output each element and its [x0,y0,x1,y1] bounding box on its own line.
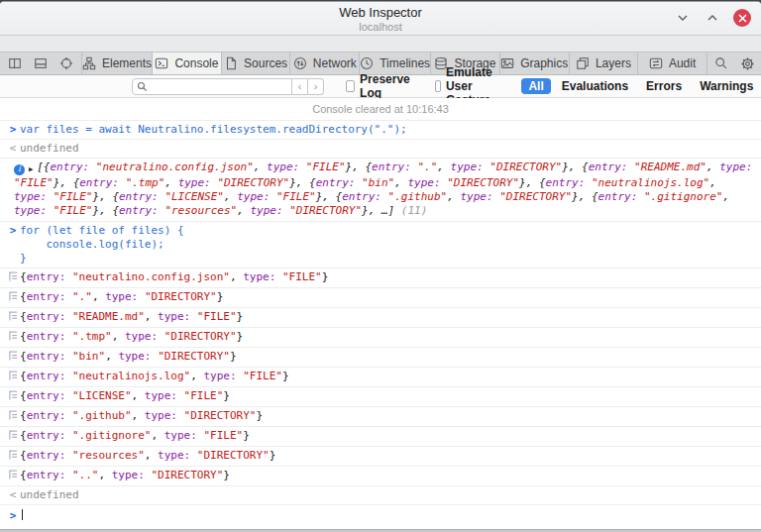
console-log-row[interactable]: {entry: ".github", type: "DIRECTORY"} [0,407,761,427]
property-name: entry: [27,389,66,402]
maximize-button[interactable] [704,9,721,27]
property-name: entry: [342,190,381,203]
string-value: "DIRECTORY" [158,350,230,363]
string-value: "neutralino.config.json" [96,160,254,173]
tab-audit[interactable]: Audit [638,53,707,74]
token: { [20,469,27,481]
input-prompt-glyph: > [6,509,20,523]
token: , [151,429,163,442]
console-array-preview-row[interactable]: i ▶ [{entry: "neutralino.config.json", t… [0,159,761,222]
property-name: type: [14,190,47,203]
token: , [145,310,158,323]
dock-side-icon[interactable] [6,54,24,72]
message-scope-filters: AllEvaluationsErrorsWarningsLogs [521,78,761,94]
tab-sources[interactable]: Sources [222,53,291,74]
console-result-row[interactable]: < undefined [0,140,761,159]
inspect-target-icon[interactable] [57,54,75,72]
titlebar[interactable]: Web Inspector localhost [0,2,761,36]
console-log-row[interactable]: {entry: "LICENSE", type: "FILE"} [0,387,761,407]
console-log-row[interactable]: {entry: "resources", type: "DIRECTORY"} [0,447,761,467]
string-value: "neutralinojs.log" [72,370,190,382]
token: , [722,190,729,203]
tab-elements[interactable]: Elements [82,53,153,74]
minimize-button[interactable] [674,9,692,27]
tab-search-button[interactable] [711,53,731,73]
console-input-prompt[interactable]: > [0,505,761,529]
console-command-row[interactable]: > var files = await Neutralino.filesyste… [0,121,761,140]
token: { [20,270,27,283]
property-name: type: [145,389,177,402]
settings-gear-button[interactable] [737,53,757,73]
tab-console[interactable]: Console [153,53,222,74]
console-log-row[interactable]: {entry: ".", type: "DIRECTORY"} [0,288,761,308]
console-log-row[interactable]: {entry: "neutralino.config.json", type: … [0,268,761,288]
bracket: [ [37,160,44,173]
scope-filter-errors[interactable]: Errors [639,78,689,94]
find-previous-button[interactable]: ‹ [292,78,308,95]
array-preview-text: [{entry: "neutralino.config.json", type:… [14,160,752,217]
console-log-row[interactable]: {entry: "README.md", type: "FILE"} [0,308,761,328]
result-value: undefined [20,488,79,502]
window-controls [674,9,751,27]
property-name: type: [719,160,752,173]
console-log-row[interactable]: {entry: "neutralinojs.log", type: "FILE"… [0,368,761,387]
token: { [20,370,27,382]
token: , [190,370,203,382]
ellipsis: …] [381,204,394,217]
info-icon: i [14,164,25,175]
token [190,449,197,462]
logged-object: {entry: "bin", type: "DIRECTORY"} [20,350,237,364]
property-name: type: [178,176,211,189]
console-log-row[interactable]: {entry: "bin", type: "DIRECTORY"} [0,348,761,368]
find-next-button[interactable]: › [308,78,324,95]
tab-layers[interactable]: Layers [570,53,639,74]
console-log-row[interactable]: {entry: ".tmp", type: "DIRECTORY"} [0,328,761,348]
console-log-row[interactable]: {entry: "..", type: "DIRECTORY"} [0,467,761,486]
result-value: undefined [20,142,79,156]
logged-object: {entry: "neutralinojs.log", type: "FILE"… [20,370,289,383]
token: { [20,290,27,303]
token: , [254,160,267,173]
console-log-row[interactable]: {entry: ".gitignore", type: "FILE"} [0,427,761,447]
token [65,389,72,402]
console-result-row[interactable]: < undefined [0,486,761,505]
tab-label: Layers [596,56,631,70]
logged-object: {entry: ".gitignore", type: "FILE"} [20,429,250,443]
tab-network[interactable]: Network [290,53,360,74]
scope-filter-warnings[interactable]: Warnings [693,78,760,94]
dock-bottom-icon[interactable] [32,54,50,72]
string-value: ".." [72,469,99,481]
close-button[interactable] [733,9,751,27]
token: { [20,429,27,442]
token: } [322,270,329,283]
token: { [112,190,119,203]
token: { [582,160,589,173]
console-log-icon [6,470,20,483]
property-name: entry: [27,350,66,363]
preserve-log-checkbox[interactable]: Preserve Log [346,72,413,100]
search-field[interactable] [132,78,292,95]
string-value: "FILE" [276,190,316,203]
disclosure-triangle-icon[interactable]: ▶ [29,162,33,176]
tab-label: Network [313,56,357,70]
search-input[interactable] [151,80,279,92]
tab-timelines[interactable]: Timelines [360,53,431,74]
tab-graphics[interactable]: Graphics [500,53,570,74]
sources-icon [224,56,238,70]
token: { [20,449,27,462]
scope-filter-all[interactable]: All [521,78,550,94]
console-log-area[interactable]: Console cleared at 10:16:43 > var files … [0,98,761,529]
token: } [282,370,289,382]
logged-object: {entry: "README.md", type: "FILE"} [20,310,243,324]
command-text: var files = await Neutralino.filesystem.… [20,123,407,137]
string-value: ".gitignore" [644,190,722,203]
token: , [112,330,125,343]
console-command-row[interactable]: > for (let file of files) { console.log(… [0,222,761,268]
token: , [579,190,592,203]
token [65,429,72,442]
token [47,190,54,203]
token: , [437,160,450,173]
scope-filter-evaluations[interactable]: Evaluations [555,78,635,94]
token [275,270,282,283]
logged-object: {entry: "neutralino.config.json", type: … [20,270,328,284]
